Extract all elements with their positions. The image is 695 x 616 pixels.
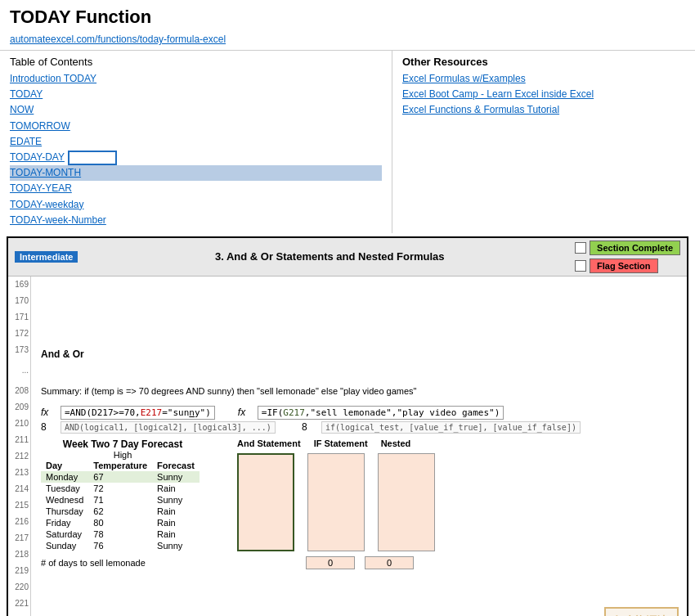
if-label: IF Statement <box>314 438 368 448</box>
statement-headers: And Statement IF Statement Nested <box>237 438 435 450</box>
days-sell-row: # of days to sell lemonade 0 0 <box>41 556 680 569</box>
toc-link-now[interactable]: NOW <box>10 102 382 118</box>
row-num-219: 219 <box>8 563 30 579</box>
resource-link-tutorial[interactable]: Excel Functions & Formulas Tutorial <box>402 102 685 118</box>
row-num-208: 208 <box>8 383 30 399</box>
day-tuesday: Tuesday <box>41 483 88 494</box>
toc-link-today-year[interactable]: TODAY-YEAR <box>10 181 382 196</box>
url-bar[interactable]: automateexcel.com/functions/today-formul… <box>0 31 695 50</box>
table-row: Friday 80 Rain <box>41 517 200 528</box>
spacer-mid <box>41 363 680 383</box>
watermark: 好多资源站 HDZYC.COM <box>604 607 679 616</box>
cell-ref-2: 8 <box>302 421 315 433</box>
row-num-216: 216 <box>8 514 30 530</box>
temp-76: 76 <box>88 540 152 551</box>
toc-link-today-month[interactable]: TODAY-MONTH <box>10 165 382 181</box>
forecast-rain-2: Rain <box>152 506 200 517</box>
table-row: Sunday 76 Sunny <box>41 540 200 551</box>
row-num-215: 215 <box>8 497 30 514</box>
forecast-sunny: Sunny <box>152 471 200 483</box>
if-statement-box <box>307 453 365 551</box>
hint-box-2: if(logical_test, [value_if_true], [value… <box>321 421 581 434</box>
day-friday: Friday <box>41 517 88 528</box>
row-num-214: 214 <box>8 481 30 497</box>
formula-box-2[interactable]: =IF(G217,"sell lemonade","play video gam… <box>258 406 504 420</box>
if-statement-col: IF Statement <box>314 438 368 450</box>
col-day-header: Day <box>41 460 88 471</box>
forecast-title: Week Two 7 Day Forecast <box>41 438 204 450</box>
table-header-row: Day Temperature Forecast <box>41 460 200 471</box>
table-row: Thursday 62 Rain <box>41 506 200 517</box>
row-num-220: 220 <box>8 579 30 596</box>
toc-link-today-weekday[interactable]: TODAY-weekday <box>10 197 382 213</box>
table-row: Tuesday 72 Rain <box>41 483 200 494</box>
row-num-221: 221 <box>8 596 30 612</box>
resource-link-formulas[interactable]: Excel Formulas w/Examples <box>402 71 685 87</box>
and-or-label: And & Or <box>41 348 680 360</box>
and-statement-box <box>237 453 294 551</box>
fx-label-1: fx <box>41 407 54 418</box>
row-num-210: 210 <box>8 416 30 432</box>
days-val2: 0 <box>365 556 414 569</box>
statements-section: And Statement IF Statement Nested <box>237 438 435 551</box>
day-saturday: Saturday <box>41 528 88 540</box>
row-num-171: 171 <box>8 309 30 326</box>
summary-text: Summary: if (temp is => 70 degrees AND s… <box>41 386 680 396</box>
temp-80: 80 <box>88 517 152 528</box>
blue-cell <box>68 151 117 165</box>
row-num-gap: ... <box>8 358 30 383</box>
spacer-top <box>41 280 680 345</box>
row-num-218: 218 <box>8 546 30 563</box>
temp-78: 78 <box>88 528 152 540</box>
url-link[interactable]: automateexcel.com/functions/today-formul… <box>10 34 226 45</box>
toc-link-today-day[interactable]: TODAY-DAY <box>10 150 65 165</box>
temp-67: 67 <box>88 471 152 483</box>
day-wednesday: Wednesd <box>41 494 88 506</box>
ss-section-header: Intermediate 3. And & Or Statements and … <box>8 238 687 277</box>
toc-title: Table of Contents <box>10 56 382 68</box>
col-temp-header: Temperature <box>88 460 152 471</box>
toc-link-introduction[interactable]: Introduction TODAY <box>10 71 382 87</box>
formula-row-1: fx =AND(D217>=70,E217="sunny") fx =IF(G2… <box>41 406 680 420</box>
forecast-sunny-3: Sunny <box>152 540 200 551</box>
forecast-table: Week Two 7 Day Forecast High Day Tempera… <box>41 438 204 551</box>
day-monday: Monday <box>41 471 88 483</box>
nested-box <box>378 453 435 551</box>
forecast-rain-4: Rain <box>152 528 200 540</box>
row-num-212: 212 <box>8 448 30 465</box>
flag-label[interactable]: Flag Section <box>590 259 657 273</box>
row-num-213: 213 <box>8 465 30 481</box>
section-buttons: Section Complete Flag Section <box>575 241 680 273</box>
fx-label-2: fx <box>238 407 251 418</box>
table-row: Monday 67 Sunny <box>41 471 200 483</box>
days-val1: 0 <box>306 556 355 569</box>
spreadsheet-area: Intermediate 3. And & Or Statements and … <box>7 236 688 616</box>
resources-column: Other Resources Excel Formulas w/Example… <box>392 51 695 233</box>
toc-link-edate[interactable]: EDATE <box>10 134 382 150</box>
section-complete-btn[interactable]: Section Complete <box>575 241 680 255</box>
resource-link-bootcamp[interactable]: Excel Boot Camp - Learn Excel inside Exc… <box>402 87 685 102</box>
row-num-217: 217 <box>8 530 30 546</box>
toc-link-today-week-number[interactable]: TODAY-week-Number <box>10 213 382 228</box>
section-title: 3. And & Or Statements and Nested Formul… <box>84 250 575 263</box>
table-row: Wednesd 71 Sunny <box>41 494 200 506</box>
hint-box-1: AND(logical1, [logical2], [logical3], ..… <box>61 421 276 434</box>
toc-link-tomorrow[interactable]: TOMORROW <box>10 119 382 134</box>
toc-column: Table of Contents Introduction TODAY TOD… <box>0 51 392 233</box>
temp-72: 72 <box>88 483 152 494</box>
day-sunday: Sunday <box>41 540 88 551</box>
formula-box-1[interactable]: =AND(D217>=70,E217="sunny") <box>61 406 215 420</box>
section-flag-btn[interactable]: Flag Section <box>575 259 680 273</box>
top-section: Table of Contents Introduction TODAY TOD… <box>0 50 695 233</box>
forecast-subtitle: High <box>41 450 204 460</box>
and-label: And Statement <box>237 438 301 448</box>
forecast-rain-3: Rain <box>152 517 200 528</box>
nested-label: Nested <box>381 438 411 448</box>
toc-link-today[interactable]: TODAY <box>10 87 382 102</box>
content-wrapper: 169 170 171 172 173 ... 208 209 210 211 … <box>8 277 687 616</box>
complete-label[interactable]: Section Complete <box>590 241 680 255</box>
flag-checkbox[interactable] <box>575 260 586 272</box>
row-num-211: 211 <box>8 432 30 448</box>
row-num-170: 170 <box>8 293 30 309</box>
complete-checkbox[interactable] <box>575 242 586 254</box>
